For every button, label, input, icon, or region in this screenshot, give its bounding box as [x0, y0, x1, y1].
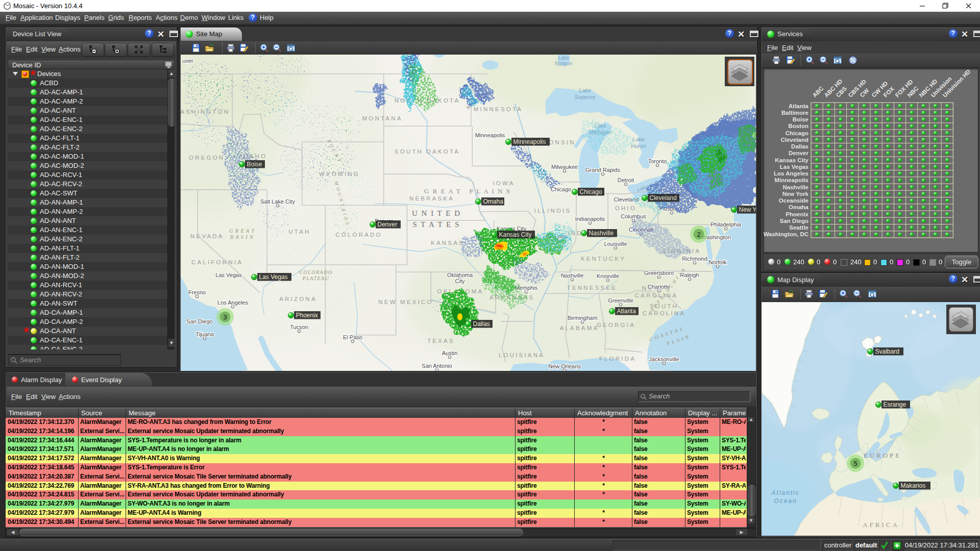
svg-text:El Paso: El Paso	[343, 334, 362, 340]
svg-text:CAROLINA: CAROLINA	[643, 310, 685, 316]
svg-text:Knoxville: Knoxville	[597, 273, 619, 279]
svg-text:Tucson: Tucson	[290, 324, 308, 330]
svg-text:B A S I N: B A S I N	[230, 234, 254, 240]
svg-text:Raleigh: Raleigh	[680, 272, 699, 278]
svg-text:Superior: Superior	[574, 94, 596, 100]
svg-text:LOUISIANA: LOUISIANA	[499, 352, 545, 358]
svg-text:3: 3	[223, 313, 227, 321]
svg-text:Richmond: Richmond	[682, 256, 707, 262]
svg-text:5: 5	[853, 460, 857, 467]
svg-text:G R E A T P L A I N S: G R E A T P L A I N S	[424, 187, 511, 195]
svg-text:Detroit: Detroit	[618, 177, 634, 183]
svg-text:NEVADA: NEVADA	[190, 233, 224, 239]
svg-text:MINNESOTA: MINNESOTA	[474, 106, 523, 112]
svg-text:ILLINOIS: ILLINOIS	[534, 208, 572, 214]
svg-text:CAROLINA: CAROLINA	[635, 292, 678, 298]
svg-text:G R E A T: G R E A T	[229, 228, 255, 234]
svg-text:NEW MEXICO: NEW MEXICO	[378, 299, 433, 305]
svg-text:Austin: Austin	[442, 350, 458, 356]
svg-text:Denver: Denver	[378, 221, 398, 228]
svg-text:Nipigon: Nipigon	[555, 61, 572, 66]
svg-text:Minneapolis: Minneapolis	[475, 132, 505, 138]
svg-text:Cleveland: Cleveland	[650, 194, 677, 202]
svg-text:Philadelphia: Philadelphia	[710, 221, 742, 228]
svg-text:Svalbard: Svalbard	[875, 348, 899, 355]
svg-text:Atlanta: Atlanta	[617, 308, 636, 315]
svg-text:Fresno: Fresno	[188, 289, 206, 295]
svg-text:U N I T E D: U N I T E D	[412, 209, 461, 217]
svg-text:Los Angeles: Los Angeles	[217, 299, 248, 306]
svg-text:Atlantic: Atlantic	[771, 489, 799, 496]
svg-text:Jacksonville: Jacksonville	[649, 356, 679, 362]
svg-text:Greensboro: Greensboro	[644, 270, 674, 276]
svg-text:UTAH: UTAH	[288, 229, 310, 235]
svg-text:Chicago: Chicago	[580, 188, 602, 195]
svg-text:Lake: Lake	[558, 55, 569, 61]
svg-text:OHIO: OHIO	[615, 205, 636, 211]
svg-text:S T A T E S: S T A T E S	[412, 220, 460, 229]
svg-text:OREGON: OREGON	[189, 155, 225, 161]
svg-text:Dallas: Dallas	[473, 320, 490, 328]
svg-text:CALIFORNIA: CALIFORNIA	[191, 259, 243, 265]
svg-text:Las Vegas: Las Vegas	[215, 272, 242, 278]
svg-text:Boise: Boise	[247, 161, 262, 168]
svg-text:Kansas City: Kansas City	[499, 231, 532, 238]
svg-text:Indianapolis: Indianapolis	[575, 216, 605, 222]
svg-text:SOUTH DAKOTA: SOUTH DAKOTA	[395, 148, 460, 155]
svg-text:San Diego: San Diego	[186, 318, 212, 324]
svg-text:EUROPE: EUROPE	[864, 452, 902, 459]
svg-text:Oklahoma: Oklahoma	[447, 272, 473, 278]
svg-text:FLORIDA: FLORIDA	[599, 356, 636, 362]
svg-text:Ocean: Ocean	[774, 497, 797, 505]
svg-text:Tijuana: Tijuana	[195, 331, 214, 337]
svg-text:AFRICA: AFRICA	[863, 521, 899, 529]
svg-text:Nashville: Nashville	[589, 230, 614, 237]
svg-text:Lake: Lake	[579, 87, 591, 93]
svg-text:Huron: Huron	[631, 143, 646, 149]
svg-text:KENTUCKY: KENTUCKY	[581, 256, 626, 262]
svg-text:Omaha: Omaha	[483, 198, 504, 205]
svg-text:2: 2	[697, 231, 700, 238]
svg-text:GEORGIA: GEORGIA	[597, 322, 635, 328]
svg-text:San Antonio: San Antonio	[422, 363, 452, 369]
svg-text:TENNESSEE: TENNESSEE	[567, 285, 617, 291]
svg-text:Greenville: Greenville	[608, 297, 633, 304]
svg-text:TEXAS: TEXAS	[427, 338, 455, 344]
svg-text:Minneapolis: Minneapolis	[513, 138, 546, 145]
svg-text:Columbus: Columbus	[621, 213, 646, 219]
svg-text:IOWA: IOWA	[493, 180, 514, 186]
svg-text:City: City	[455, 278, 465, 284]
svg-text:NEBRASKA: NEBRASKA	[409, 195, 454, 202]
svg-text:ARIZONA: ARIZONA	[279, 296, 317, 302]
svg-text:Makarios: Makarios	[901, 482, 926, 489]
svg-text:uver: uver	[182, 58, 193, 64]
svg-text:Phoenix: Phoenix	[296, 312, 318, 319]
svg-text:COLORADO: COLORADO	[299, 269, 332, 275]
svg-text:PLATEAU: PLATEAU	[302, 276, 330, 281]
svg-text:MONTANA: MONTANA	[362, 115, 402, 121]
svg-text:Toronto: Toronto	[648, 158, 667, 164]
svg-text:Esrange: Esrange	[884, 401, 906, 408]
svg-text:Milwaukee: Milwaukee	[551, 164, 578, 170]
svg-text:Louisville: Louisville	[604, 241, 627, 247]
svg-text:Las Vegas: Las Vegas	[259, 273, 288, 281]
svg-text:Charlotte: Charlotte	[648, 284, 671, 290]
svg-text:ALABAMA: ALABAMA	[560, 325, 599, 331]
svg-text:Birmingham: Birmingham	[568, 315, 598, 321]
svg-text:Norfolk: Norfolk	[709, 259, 727, 265]
svg-text:New Orleans: New Orleans	[548, 363, 581, 369]
svg-text:KANSAS: KANSAS	[431, 240, 464, 246]
svg-text:Nashville: Nashville	[561, 272, 584, 279]
